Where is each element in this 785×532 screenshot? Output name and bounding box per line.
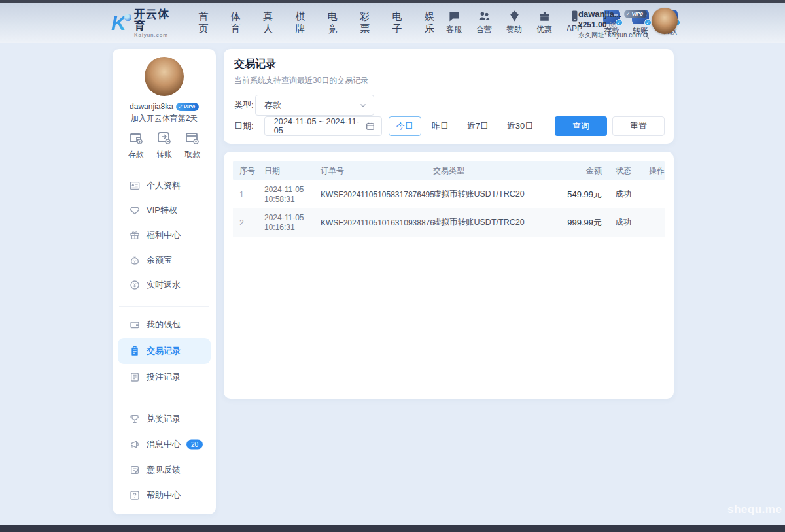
- sidebar-item-my-wallet[interactable]: 我的钱包: [113, 312, 216, 338]
- nav-chess[interactable]: 棋牌: [295, 10, 314, 35]
- sidebar-item-help-center[interactable]: 帮助中心: [113, 482, 216, 508]
- row-status: 成功: [604, 217, 642, 228]
- row-date: 2024-11-0510:58:31: [258, 185, 314, 205]
- sidebar-item-label: 我的钱包: [147, 319, 181, 331]
- sidebar-item-label: 个人资料: [147, 180, 181, 191]
- watermark: shequ.me: [727, 503, 782, 516]
- sidebar-item-label: VIP特权: [147, 205, 177, 216]
- sidebar-item-feedback[interactable]: 意见反馈: [113, 457, 216, 482]
- row-date: 2024-11-0510:16:31: [258, 213, 314, 233]
- deposit-icon: [128, 130, 144, 146]
- row-no: 2: [233, 218, 258, 227]
- row-order-number: KWSF202411051058317876495: [314, 190, 427, 199]
- type-label: 类型:: [234, 95, 254, 116]
- sidebar-item-transaction-records[interactable]: 交易记录: [118, 338, 211, 364]
- logo-title: 开云体育: [134, 8, 180, 32]
- chevron-down-icon: [359, 101, 367, 109]
- bet-record-icon: [130, 372, 140, 382]
- date-range-input[interactable]: 2024-11-05 ~ 2024-11-05: [264, 116, 382, 136]
- vip-check-icon: ✓: [626, 11, 631, 17]
- sidebar-username: dawanjia8ka: [130, 102, 173, 111]
- sponsor-label: 赞助: [506, 24, 522, 35]
- sidebar-item-vip[interactable]: VIP特权: [113, 198, 216, 223]
- range-7days-button[interactable]: 近7日: [459, 116, 497, 136]
- quick-range-group: 今日 昨日 近7日 近30日: [389, 116, 542, 136]
- nav-live[interactable]: 真人: [263, 10, 282, 35]
- customer-service-item[interactable]: 客服: [444, 10, 464, 35]
- row-order-number: KWSF202411051016310938876: [314, 218, 427, 227]
- header-avatar[interactable]: [652, 8, 678, 34]
- sidebar-group-account: 个人资料 VIP特权 福利中心 余额宝 实时返水: [113, 169, 216, 297]
- sidebar-transfer-button[interactable]: 转账: [156, 130, 172, 160]
- sidebar-item-prize-records[interactable]: 兑奖记录: [113, 406, 216, 431]
- nav-slots[interactable]: 电子: [392, 10, 411, 35]
- col-header-amount: 金额: [555, 165, 604, 176]
- sidebar-item-label: 意见反馈: [147, 464, 181, 476]
- filter-panel: 交易记录 当前系统支持查询最近30日的交易记录 类型: 存款 日期: 2024-…: [224, 49, 674, 144]
- vip-gem-icon: [130, 205, 140, 216]
- nav-esports[interactable]: 电竞: [328, 10, 347, 35]
- row-no: 1: [233, 190, 258, 199]
- sidebar-item-label: 投注记录: [147, 371, 181, 383]
- logo-subtitle: Kaiyun.com: [134, 32, 180, 38]
- gift-icon: [538, 10, 551, 22]
- id-card-icon: [130, 180, 140, 191]
- transfer-icon: [156, 130, 172, 146]
- range-yesterday-button[interactable]: 昨日: [424, 116, 457, 136]
- logo[interactable]: K 开云体育 Kaiyun.com: [111, 8, 181, 38]
- partnership-item[interactable]: 合营: [474, 10, 495, 35]
- transaction-record-icon: [130, 346, 140, 356]
- table-row: 2 2024-11-0510:16:31 KWSF202411051016310…: [233, 208, 665, 237]
- customer-service-label: 客服: [446, 24, 462, 35]
- sidebar-deposit-label: 存款: [128, 149, 144, 160]
- sidebar-withdraw-button[interactable]: 取款: [184, 130, 200, 160]
- sidebar-deposit-button[interactable]: 存款: [128, 130, 144, 160]
- refresh-balance-icon[interactable]: ⟳: [609, 22, 616, 29]
- row-transaction-type: 虚拟币转账USDT/TRC20: [427, 189, 555, 200]
- welfare-gift-icon: [130, 230, 140, 241]
- wallet-icon: [130, 320, 140, 330]
- table-header-row: 序号 日期 订单号 交易类型 金额 状态 操作: [233, 161, 665, 180]
- range-today-button[interactable]: 今日: [389, 116, 421, 136]
- sidebar-item-message-center[interactable]: 消息中心 20: [113, 431, 216, 457]
- col-header-status: 状态: [604, 165, 642, 176]
- people-icon: [478, 10, 491, 22]
- sidebar-item-profile[interactable]: 个人资料: [113, 173, 216, 198]
- sponsor-item[interactable]: 赞助: [504, 10, 525, 35]
- nav-entertainment[interactable]: 娱乐: [425, 10, 444, 35]
- range-30days-button[interactable]: 近30日: [499, 116, 541, 136]
- col-header-no: 序号: [233, 165, 258, 176]
- nav-home[interactable]: 首页: [199, 10, 218, 35]
- page-subtitle: 当前系统支持查询最近30日的交易记录: [234, 75, 368, 86]
- rebate-icon: [130, 280, 140, 290]
- reset-button[interactable]: 重置: [612, 116, 665, 136]
- gem-icon: [508, 10, 521, 22]
- vip-badge: ✓VIP0: [624, 10, 647, 18]
- transaction-table-panel: 序号 日期 订单号 交易类型 金额 状态 操作 1 2024-11-0510:5…: [224, 152, 674, 399]
- sidebar-group-wallet: 我的钱包 交易记录 投注记录: [113, 307, 216, 390]
- prize-record-icon: [130, 414, 140, 424]
- money-bag-icon: [130, 255, 140, 265]
- logo-k-icon: K: [111, 12, 130, 33]
- sidebar-item-bet-records[interactable]: 投注记录: [113, 364, 216, 390]
- sidebar-item-label: 交易记录: [147, 345, 181, 357]
- sidebar-item-label: 余额宝: [147, 254, 172, 266]
- sidebar-item-rebate[interactable]: 实时返水: [113, 273, 216, 297]
- sidebar: dawanjia8ka ✓VIP0 加入开云体育第2天 存款 转账 取款 个人资…: [113, 49, 216, 514]
- sidebar-item-yuebao[interactable]: 余额宝: [113, 248, 216, 273]
- sidebar-avatar[interactable]: [145, 57, 184, 96]
- nav-sports[interactable]: 体育: [231, 10, 250, 35]
- nav-lottery[interactable]: 彩票: [360, 10, 379, 35]
- sidebar-item-label: 消息中心: [147, 439, 181, 450]
- promo-item[interactable]: 优惠: [534, 10, 555, 35]
- sidebar-item-label: 实时返水: [147, 279, 181, 291]
- query-button[interactable]: 查询: [555, 116, 607, 136]
- type-select[interactable]: 存款: [255, 95, 374, 116]
- magnifier-icon[interactable]: [642, 32, 650, 39]
- sidebar-item-label: 福利中心: [147, 229, 181, 241]
- promo-label: 优惠: [536, 24, 552, 35]
- sidebar-item-welfare[interactable]: 福利中心: [113, 223, 216, 248]
- chat-icon: [448, 10, 461, 22]
- permanent-url-label: 永久网址: kaiyun.com: [578, 31, 641, 40]
- header-username[interactable]: dawanjia...: [578, 9, 621, 19]
